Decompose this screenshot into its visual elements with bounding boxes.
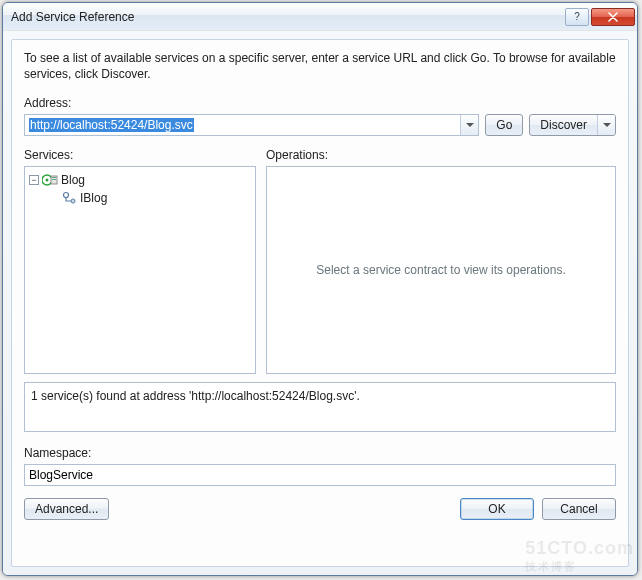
go-button[interactable]: Go xyxy=(485,114,523,136)
discover-button[interactable]: Discover xyxy=(529,114,616,136)
operations-placeholder: Select a service contract to view its op… xyxy=(316,263,565,277)
help-button[interactable]: ? xyxy=(565,8,589,26)
dialog-window: Add Service Reference ? To see a list of… xyxy=(2,2,638,576)
cancel-button-label: Cancel xyxy=(560,502,597,516)
window-controls: ? xyxy=(565,8,635,26)
operations-list[interactable]: Select a service contract to view its op… xyxy=(266,166,616,374)
close-button[interactable] xyxy=(591,8,635,26)
ok-button[interactable]: OK xyxy=(460,498,534,520)
interface-icon xyxy=(61,190,77,206)
svg-rect-3 xyxy=(52,177,56,178)
lists-row: Services: − xyxy=(24,148,616,374)
tree-node-child-label: IBlog xyxy=(80,191,107,205)
tree-node-root[interactable]: − Blog xyxy=(27,171,253,189)
chevron-down-icon xyxy=(466,123,474,127)
instructions-text: To see a list of available services on a… xyxy=(24,50,616,82)
footer-row: Advanced... OK Cancel xyxy=(24,498,616,520)
go-button-label: Go xyxy=(496,118,512,132)
services-column: Services: − xyxy=(24,148,256,374)
address-dropdown-button[interactable] xyxy=(460,115,478,135)
cancel-button[interactable]: Cancel xyxy=(542,498,616,520)
tree-node-child[interactable]: IBlog xyxy=(27,189,253,207)
main-panel: To see a list of available services on a… xyxy=(11,39,629,567)
service-icon xyxy=(42,172,58,188)
titlebar: Add Service Reference ? xyxy=(3,3,637,31)
svg-rect-4 xyxy=(52,179,56,180)
address-row: http://localhost:52424/Blog.svc Go Disco… xyxy=(24,114,616,136)
status-box: 1 service(s) found at address 'http://lo… xyxy=(24,382,616,432)
address-combobox[interactable]: http://localhost:52424/Blog.svc xyxy=(24,114,479,136)
svg-point-5 xyxy=(64,193,69,198)
help-icon: ? xyxy=(574,11,580,22)
close-icon xyxy=(608,12,618,22)
operations-label: Operations: xyxy=(266,148,328,162)
dialog-body: To see a list of available services on a… xyxy=(3,31,637,575)
tree-node-root-label: Blog xyxy=(61,173,85,187)
svg-point-6 xyxy=(71,199,75,203)
namespace-input[interactable] xyxy=(24,464,616,486)
advanced-button-label: Advanced... xyxy=(35,502,98,516)
chevron-down-icon xyxy=(603,123,611,127)
status-text: 1 service(s) found at address 'http://lo… xyxy=(31,389,360,403)
address-value: http://localhost:52424/Blog.svc xyxy=(29,118,194,132)
address-input[interactable]: http://localhost:52424/Blog.svc xyxy=(25,115,460,135)
services-label: Services: xyxy=(24,148,73,162)
operations-column: Operations: Select a service contract to… xyxy=(266,148,616,374)
ok-button-label: OK xyxy=(488,502,505,516)
services-tree[interactable]: − Blog xyxy=(24,166,256,374)
tree-expander[interactable]: − xyxy=(29,175,39,185)
discover-button-label: Discover xyxy=(530,115,597,135)
window-title: Add Service Reference xyxy=(11,10,565,24)
discover-dropdown-button[interactable] xyxy=(597,115,615,135)
svg-point-1 xyxy=(46,179,49,182)
address-label: Address: xyxy=(24,96,71,110)
namespace-label: Namespace: xyxy=(24,446,91,460)
advanced-button[interactable]: Advanced... xyxy=(24,498,109,520)
